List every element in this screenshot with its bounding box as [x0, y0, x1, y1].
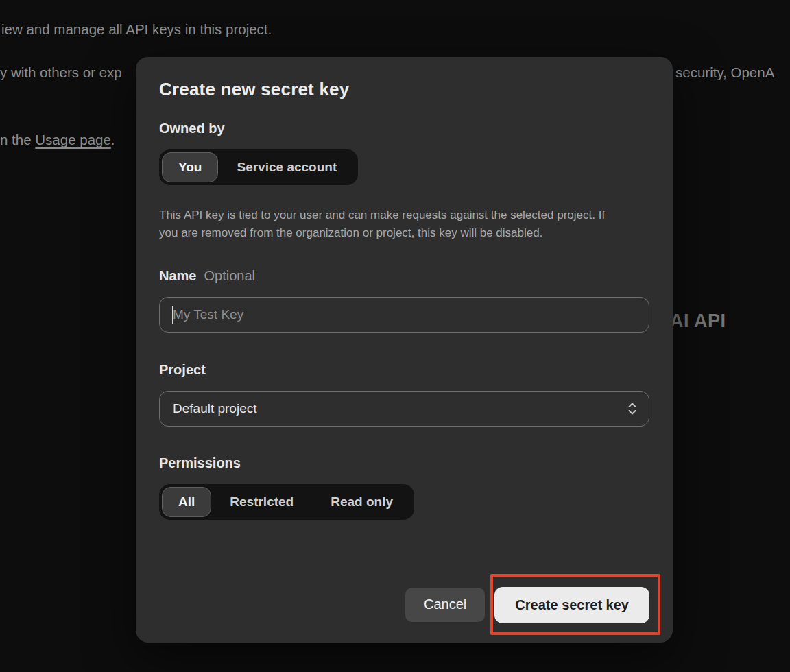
usage-sentence-fragment: n the Usage page. [0, 131, 115, 149]
permissions-segmented-control: All Restricted Read only [159, 484, 414, 520]
owned-by-option-service-account[interactable]: Service account [218, 152, 355, 182]
page-heading-fragment: AI API [670, 311, 726, 332]
chevron-up-down-icon [627, 401, 638, 416]
owned-by-option-you[interactable]: You [162, 152, 218, 182]
name-label: Name [159, 268, 196, 284]
owned-by-label: Owned by [159, 121, 649, 136]
project-label: Project [159, 362, 649, 378]
permissions-option-read-only[interactable]: Read only [312, 487, 411, 517]
name-label-row: Name Optional [159, 268, 649, 284]
usage-sentence-prefix: n the [0, 132, 35, 147]
create-secret-key-modal: Create new secret key Owned by You Servi… [136, 57, 673, 643]
cancel-button[interactable]: Cancel [405, 588, 485, 622]
create-secret-key-button[interactable]: Create secret key [494, 587, 649, 623]
owned-by-description: This API key is tied to your user and ca… [159, 206, 612, 242]
page-text-fragment-right: security, OpenA [675, 64, 774, 82]
name-input[interactable] [159, 297, 649, 333]
text-cursor [172, 306, 173, 324]
highlight-annotation-box: Create secret key [490, 574, 660, 635]
name-optional-hint: Optional [204, 268, 255, 284]
modal-title: Create new secret key [159, 79, 649, 100]
usage-page-link[interactable]: Usage page [35, 132, 111, 147]
modal-footer: Cancel Create secret key [405, 574, 660, 635]
usage-sentence-suffix: . [111, 132, 115, 147]
owned-by-segmented-control: You Service account [159, 149, 358, 185]
project-select[interactable]: Default project [159, 391, 649, 427]
page-text-fragment-left: y with others or exp [0, 64, 122, 82]
project-select-value: Default project [173, 401, 257, 416]
permissions-option-all[interactable]: All [162, 487, 211, 517]
permissions-option-restricted[interactable]: Restricted [211, 487, 312, 517]
name-input-wrapper [159, 297, 649, 333]
permissions-label: Permissions [159, 455, 649, 471]
page-description-fragment: iew and manage all API keys in this proj… [1, 21, 272, 38]
